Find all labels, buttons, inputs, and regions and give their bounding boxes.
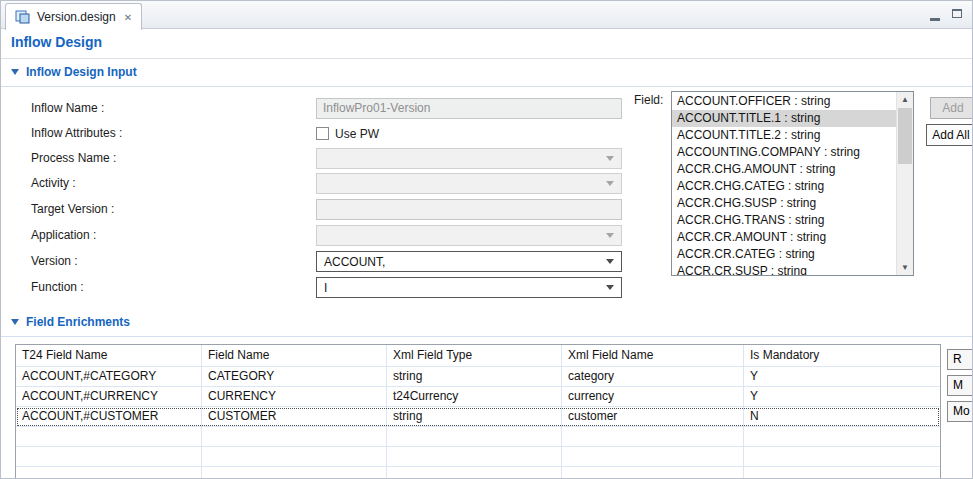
- field-list-item[interactable]: ACCOUNT.TITLE.1 : string: [672, 110, 896, 127]
- editor-window: Version.design ✕ Inflow Design Inflow De…: [0, 0, 973, 479]
- scrollbar-thumb[interactable]: [898, 108, 912, 164]
- table-cell: category: [562, 367, 744, 386]
- inflow-attributes-widget: Use PW: [316, 123, 622, 144]
- table-cell: ACCOUNT,#CURRENCY: [16, 387, 202, 406]
- section-field-enrichments[interactable]: Field Enrichments: [11, 315, 130, 329]
- chevron-down-icon: [606, 233, 614, 238]
- table-empty-row: [16, 427, 940, 447]
- field-listbox-items: ACCOUNT.OFFICER : stringACCOUNT.TITLE.1 …: [672, 93, 896, 275]
- add-all-button[interactable]: Add All: [926, 124, 973, 146]
- table-cell: [202, 447, 387, 466]
- function-select-value: I: [324, 281, 327, 295]
- use-pw-checkbox[interactable]: [316, 127, 329, 140]
- field-list-item[interactable]: ACCR.CR.AMOUNT : string: [672, 229, 896, 246]
- target-version-label: Target Version :: [31, 199, 114, 220]
- application-select[interactable]: [316, 225, 622, 246]
- version-label: Version :: [31, 251, 78, 272]
- section-collapse-icon[interactable]: [11, 319, 19, 325]
- section-inflow-design-input[interactable]: Inflow Design Input: [11, 65, 137, 79]
- table-cell: [16, 447, 202, 466]
- design-file-icon: [15, 9, 31, 25]
- inflow-name-label: Inflow Name :: [31, 98, 104, 119]
- table-cell: [387, 427, 562, 446]
- table-row[interactable]: ACCOUNT,#CURRENCYCURRENCYt24Currencycurr…: [16, 387, 940, 407]
- table-cell: [387, 447, 562, 466]
- field-list-item[interactable]: ACCR.CR.CATEG : string: [672, 246, 896, 263]
- field-listbox[interactable]: ACCOUNT.OFFICER : stringACCOUNT.TITLE.1 …: [671, 91, 914, 276]
- table-empty-row: [16, 447, 940, 467]
- inflow-attributes-label: Inflow Attributes :: [31, 123, 122, 144]
- table-cell: CURRENCY: [202, 387, 387, 406]
- table-cell: t24Currency: [387, 387, 562, 406]
- tab-bar-divider: [1, 28, 972, 29]
- table-action-button-3[interactable]: Mo: [947, 401, 973, 422]
- column-header: Xml Field Type: [387, 345, 562, 366]
- scrollbar-down-icon[interactable]: ▼: [897, 260, 913, 275]
- field-list-item[interactable]: ACCR.CHG.CATEG : string: [672, 178, 896, 195]
- table-cell: [562, 427, 744, 446]
- table-cell: [562, 447, 744, 466]
- table-cell: [744, 467, 940, 479]
- process-name-label: Process Name :: [31, 148, 116, 169]
- table-cell: [562, 467, 744, 479]
- field-list-item[interactable]: ACCR.CHG.AMOUNT : string: [672, 161, 896, 178]
- table-cell: [202, 467, 387, 479]
- table-cell: [387, 467, 562, 479]
- inflow-name-field[interactable]: InflowPro01-Version: [316, 98, 622, 119]
- add-button[interactable]: Add: [930, 97, 973, 119]
- table-cell: currency: [562, 387, 744, 406]
- table-cell: ACCOUNT,#CUSTOMER: [16, 407, 202, 426]
- activity-label: Activity :: [31, 173, 76, 194]
- scrollbar-up-icon[interactable]: ▲: [897, 92, 913, 107]
- maximize-icon[interactable]: [952, 9, 962, 18]
- version-select[interactable]: ACCOUNT,: [316, 251, 622, 272]
- tab-title: Version.design: [37, 10, 116, 24]
- table-cell: string: [387, 407, 562, 426]
- section-title: Inflow Design Input: [26, 65, 137, 79]
- table-cell: N: [744, 407, 940, 426]
- field-list-label: Field:: [634, 93, 663, 107]
- field-list-item[interactable]: ACCR.CHG.SUSP : string: [672, 195, 896, 212]
- field-list-item[interactable]: ACCOUNT.TITLE.2 : string: [672, 127, 896, 144]
- page-title: Inflow Design: [11, 34, 102, 50]
- field-list-item[interactable]: ACCOUNT.OFFICER : string: [672, 93, 896, 110]
- table-row[interactable]: ACCOUNT,#CATEGORYCATEGORYstringcategoryY: [16, 367, 940, 387]
- function-select[interactable]: I: [316, 277, 622, 298]
- table-cell: [744, 447, 940, 466]
- table-cell: Y: [744, 367, 940, 386]
- table-cell: ACCOUNT,#CATEGORY: [16, 367, 202, 386]
- column-header: Xml Field Name: [562, 345, 744, 366]
- column-header: Field Name: [202, 345, 387, 366]
- table-empty-row: [16, 467, 940, 479]
- table-cell: CUSTOMER: [202, 407, 387, 426]
- table-cell: [16, 427, 202, 446]
- table-cell: customer: [562, 407, 744, 426]
- tab-close-icon[interactable]: ✕: [124, 12, 132, 23]
- chevron-down-icon: [606, 259, 614, 264]
- section-title: Field Enrichments: [26, 315, 130, 329]
- chevron-down-icon: [606, 156, 614, 161]
- enrichments-table: T24 Field NameField NameXml Field TypeXm…: [15, 344, 941, 479]
- section-divider: [1, 336, 972, 337]
- field-list-item[interactable]: ACCR.CHG.TRANS : string: [672, 212, 896, 229]
- table-action-button-1[interactable]: R: [947, 349, 973, 370]
- table-cell: string: [387, 367, 562, 386]
- table-cell: [744, 427, 940, 446]
- minimize-icon[interactable]: [930, 9, 940, 21]
- field-listbox-scrollbar[interactable]: ▲ ▼: [896, 92, 913, 275]
- column-header: Is Mandatory: [744, 345, 940, 366]
- section-collapse-icon[interactable]: [11, 69, 19, 75]
- table-cell: [202, 427, 387, 446]
- field-list-item[interactable]: ACCOUNTING.COMPANY : string: [672, 144, 896, 161]
- enrichments-table-body: ACCOUNT,#CATEGORYCATEGORYstringcategoryY…: [16, 367, 940, 479]
- tab-version-design[interactable]: Version.design ✕: [5, 3, 142, 30]
- target-version-field[interactable]: [316, 199, 622, 220]
- chevron-down-icon: [606, 181, 614, 186]
- editor-tab-bar: Version.design ✕: [1, 1, 972, 29]
- table-action-button-2[interactable]: M: [947, 375, 973, 396]
- activity-select[interactable]: [316, 173, 622, 194]
- column-header: T24 Field Name: [16, 345, 202, 366]
- field-list-item[interactable]: ACCR.CR.SUSP : string: [672, 263, 896, 275]
- table-row[interactable]: ACCOUNT,#CUSTOMERCUSTOMERstringcustomerN: [16, 407, 940, 427]
- process-name-select[interactable]: [316, 148, 622, 169]
